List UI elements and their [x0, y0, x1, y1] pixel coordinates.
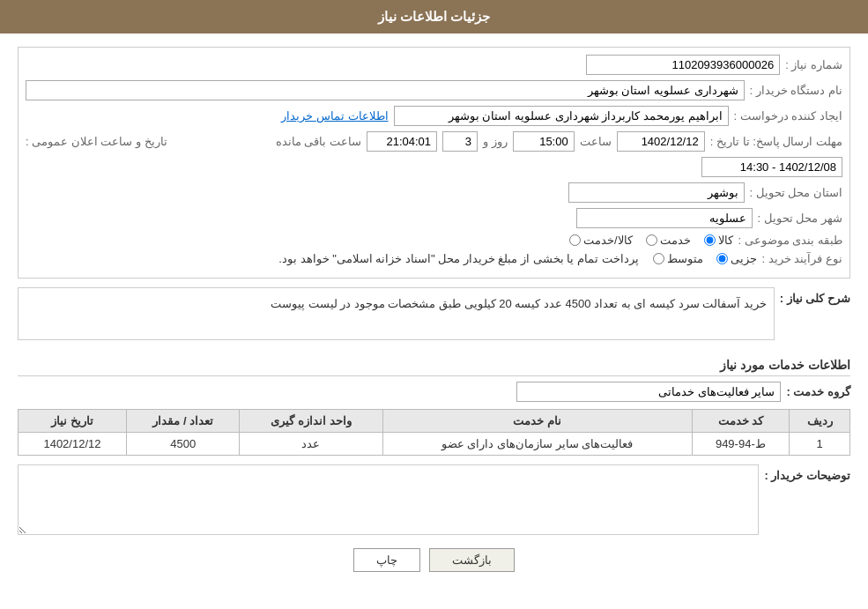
services-table-section: ردیف کد خدمت نام خدمت واحد اندازه گیری ت… — [18, 409, 850, 456]
col-tarikh: تاریخ نیاز — [19, 410, 127, 433]
radio-jozi[interactable]: جزیی — [716, 252, 757, 265]
grooh-khadamat-input[interactable] — [516, 382, 781, 402]
back-button[interactable]: بازگشت — [429, 548, 515, 572]
radio-kala-label: کالا — [718, 234, 733, 247]
table-cell-4: 4500 — [126, 433, 240, 456]
col-vahed: واحد اندازه گیری — [240, 410, 382, 433]
radio-motevaset-label: متوسط — [667, 252, 703, 265]
saat-input[interactable] — [513, 131, 575, 152]
rooz-label: روز و — [483, 135, 508, 148]
page-title: جزئیات اطلاعات نیاز — [378, 9, 490, 24]
radio-motevaset[interactable]: متوسط — [653, 252, 703, 265]
nam-dastgah-input[interactable] — [26, 80, 745, 100]
tosif-kharidar-textarea[interactable] — [18, 464, 759, 535]
tosif-kharidar-label: توضیحات خریدار : — [764, 464, 850, 482]
sharh-kolli-text: خرید آسفالت سرد کیسه ای به تعداد 4500 عد… — [271, 297, 767, 310]
buttons-row: بازگشت چاپ — [18, 548, 850, 572]
grooh-khadamat-label: گروه خدمت : — [786, 385, 850, 398]
mohlat-label: مهلت ارسال پاسخ: تا تاریخ : — [710, 135, 842, 148]
table-cell-0: 1 — [790, 433, 850, 456]
radio-khedmat[interactable]: خدمت — [646, 234, 691, 247]
page-header: جزئیات اطلاعات نیاز — [0, 0, 868, 33]
announcement-label: تاریخ و ساعت اعلان عمومی : — [26, 135, 167, 148]
remaining-input[interactable] — [367, 131, 437, 152]
shomare-niaz-label: شماره نیاز : — [785, 58, 842, 71]
services-table: ردیف کد خدمت نام خدمت واحد اندازه گیری ت… — [18, 409, 850, 456]
shahr-label: شهر محل تحویل : — [758, 212, 842, 225]
radio-jozi-label: جزیی — [731, 252, 757, 265]
radio-khedmat-label: خدمت — [660, 234, 691, 247]
tabaqe-radio-group: کالا خدمت کالا/خدمت — [569, 234, 733, 247]
col-tedad: تعداد / مقدار — [126, 410, 240, 433]
sharh-kolli-box: خرید آسفالت سرد کیسه ای به تعداد 4500 عد… — [18, 287, 775, 340]
radio-kala[interactable]: کالا — [704, 234, 733, 247]
noe-farayand-radio-group: جزیی متوسط — [653, 252, 757, 265]
tabaqe-label: طبقه بندی موضوعی : — [738, 234, 842, 247]
shomare-niaz-input[interactable] — [586, 55, 780, 75]
col-kod: کد خدمت — [692, 410, 790, 433]
table-row: 1ط-94-949فعالیت‌های سایر سازمان‌های دارا… — [19, 433, 850, 456]
col-name: نام خدمت — [382, 410, 692, 433]
ijad-konande-input[interactable] — [394, 106, 729, 126]
announcement-input[interactable] — [701, 157, 842, 177]
table-cell-2: فعالیت‌های سایر سازمان‌های دارای عضو — [382, 433, 692, 456]
table-cell-5: 1402/12/12 — [19, 433, 127, 456]
ettelaat-khadamat-title: اطلاعات خدمات مورد نیاز — [18, 358, 850, 376]
sharh-kolli-label: شرح کلی نیاز : — [780, 287, 850, 305]
main-form-section: شماره نیاز : نام دستگاه خریدار : ایجاد ک… — [18, 47, 850, 279]
ijad-konande-label: ایجاد کننده درخواست : — [734, 109, 842, 123]
rooz-input[interactable] — [442, 131, 478, 152]
noe-farayand-label: نوع فرآیند خرید : — [762, 252, 842, 265]
radio-kala-khedmat-label: کالا/خدمت — [583, 234, 633, 247]
shahr-input[interactable] — [576, 208, 753, 228]
ostan-label: استان محل تحویل : — [750, 186, 842, 199]
nam-dastgah-label: نام دستگاه خریدار : — [750, 84, 842, 97]
radio-kala-khedmat[interactable]: کالا/خدمت — [569, 234, 633, 247]
remaining-label: ساعت باقی مانده — [276, 135, 361, 148]
col-radif: ردیف — [790, 410, 850, 433]
ostan-input[interactable] — [568, 182, 745, 203]
date-input[interactable] — [617, 131, 705, 152]
table-cell-3: عدد — [240, 433, 382, 456]
ettelaat-tamas-link[interactable]: اطلاعات تماس خریدار — [281, 109, 388, 123]
print-button[interactable]: چاپ — [353, 548, 420, 572]
saat-label: ساعت — [580, 135, 612, 148]
farayand-note: پرداخت تمام یا بخشی از مبلغ خریدار محل "… — [278, 252, 638, 265]
table-cell-1: ط-94-949 — [692, 433, 790, 456]
